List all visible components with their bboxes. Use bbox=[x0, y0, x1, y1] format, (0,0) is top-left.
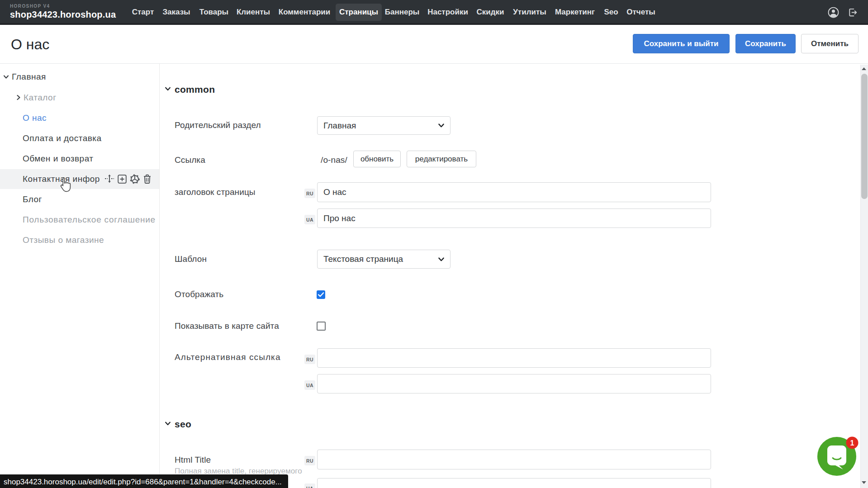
svg-text:1: 1 bbox=[850, 439, 854, 447]
